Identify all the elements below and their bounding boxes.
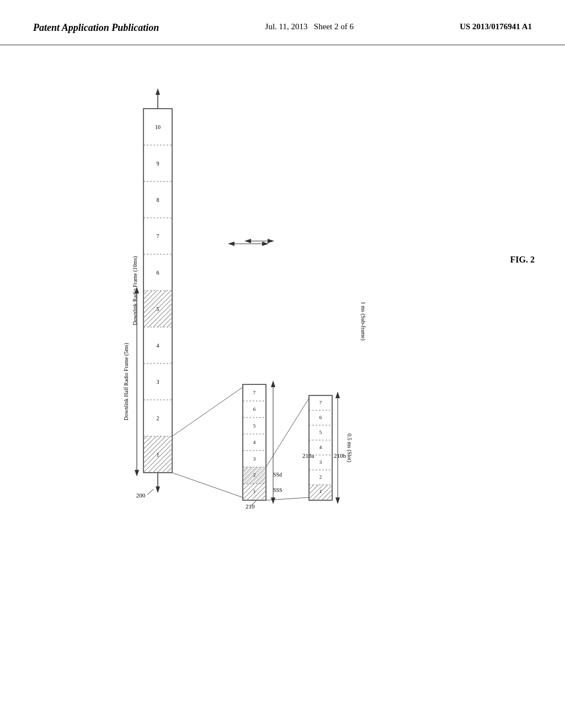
svg-text:2: 2: [253, 472, 256, 478]
svg-text:6: 6: [157, 270, 159, 276]
svg-text:1 ms (Sub-frame): 1 ms (Sub-frame): [360, 302, 366, 341]
diagram-svg: 1 2 3 4 5 6 7 8 9 10 Downlink Radio Fram…: [55, 78, 486, 553]
svg-marker-91: [268, 239, 274, 243]
svg-marker-90: [244, 239, 251, 243]
svg-text:210b: 210b: [334, 452, 347, 459]
svg-text:3: 3: [253, 456, 256, 462]
pub-date: Jul. 11, 2013 Sheet 2 of 6: [265, 22, 354, 31]
svg-text:210a: 210a: [302, 452, 315, 459]
page-header: Patent Application Publication Jul. 11, …: [0, 0, 565, 45]
svg-text:1: 1: [157, 452, 159, 458]
svg-text:6: 6: [319, 415, 322, 420]
svg-line-33: [147, 489, 153, 495]
svg-text:4: 4: [319, 445, 322, 450]
figure-label: FIG. 2: [510, 255, 535, 265]
svg-text:5: 5: [253, 423, 256, 429]
svg-text:Downlink Half Radio Frame (5ms: Downlink Half Radio Frame (5ms): [123, 343, 130, 421]
svg-text:1: 1: [319, 489, 322, 494]
svg-text:7: 7: [319, 400, 322, 405]
svg-text:7: 7: [157, 233, 159, 239]
svg-line-35: [172, 473, 243, 497]
publication-number: US 2013/0176941 A1: [460, 22, 532, 31]
svg-marker-80: [271, 381, 275, 387]
svg-text:5: 5: [319, 430, 322, 435]
svg-marker-30: [135, 470, 139, 477]
svg-marker-76: [335, 392, 340, 398]
svg-text:SSS: SSS: [273, 487, 282, 493]
svg-marker-26: [156, 486, 160, 493]
svg-marker-24: [156, 88, 160, 95]
publication-date-sheet: Jul. 11, 2013 Sheet 2 of 6: [265, 22, 354, 31]
svg-text:3: 3: [319, 459, 322, 465]
svg-text:200: 200: [136, 492, 146, 499]
svg-text:9: 9: [157, 160, 159, 167]
svg-line-34: [172, 387, 243, 436]
svg-marker-77: [335, 497, 340, 504]
svg-text:0.5 ms (Slot): 0.5 ms (Slot): [346, 433, 353, 462]
publication-title: Patent Application Publication: [33, 22, 159, 34]
svg-text:5: 5: [157, 306, 159, 312]
svg-text:10: 10: [155, 124, 161, 130]
svg-text:3: 3: [157, 379, 159, 385]
svg-text:4: 4: [157, 342, 159, 349]
svg-marker-84: [228, 242, 234, 246]
svg-text:8: 8: [157, 197, 159, 203]
svg-text:210: 210: [246, 503, 255, 510]
svg-marker-81: [271, 497, 275, 504]
svg-text:7: 7: [253, 390, 256, 395]
svg-text:SSd: SSd: [273, 472, 282, 478]
main-content: FIG. 2: [0, 45, 565, 707]
svg-text:2: 2: [157, 415, 159, 421]
svg-text:1: 1: [253, 489, 256, 494]
svg-text:4: 4: [253, 440, 256, 445]
svg-text:6: 6: [253, 406, 256, 412]
svg-text:2: 2: [319, 474, 322, 480]
